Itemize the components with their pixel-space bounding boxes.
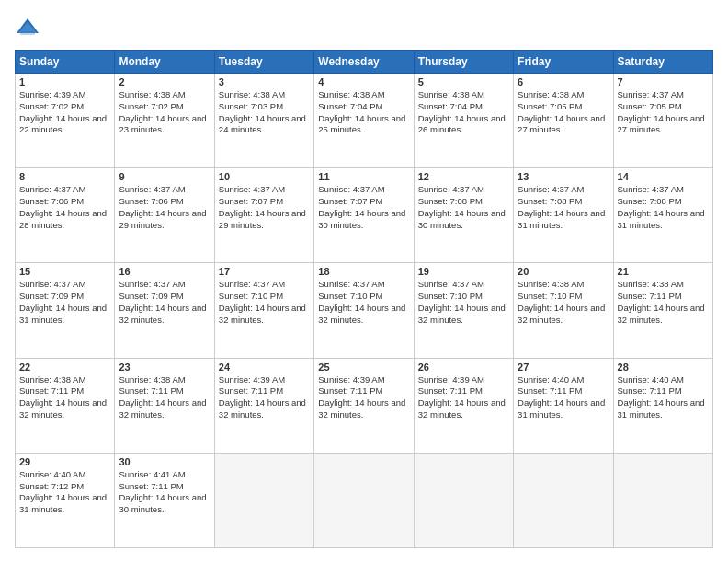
svg-rect-2 [20,31,35,35]
day-number: 10 [219,171,310,182]
calendar-cell: 19 Sunrise: 4:37 AM Sunset: 7:10 PM Dayl… [414,263,513,358]
cell-content: Sunrise: 4:38 AM Sunset: 7:10 PM Dayligh… [518,279,609,326]
sunset-label: Sunset: 7:08 PM [418,196,483,206]
daylight-label: Daylight: 14 hours and 32 minutes. [19,397,107,419]
daylight-label: Daylight: 14 hours and 32 minutes. [219,303,306,325]
cell-content: Sunrise: 4:40 AM Sunset: 7:11 PM Dayligh… [518,374,609,421]
sunset-label: Sunset: 7:08 PM [518,196,582,206]
day-number: 2 [119,76,210,87]
cell-content: Sunrise: 4:38 AM Sunset: 7:04 PM Dayligh… [418,89,509,136]
daylight-label: Daylight: 14 hours and 32 minutes. [119,397,206,419]
calendar-cell [514,453,613,547]
calendar-cell: 5 Sunrise: 4:38 AM Sunset: 7:04 PM Dayli… [414,74,513,168]
calendar-cell: 6 Sunrise: 4:38 AM Sunset: 7:05 PM Dayli… [514,74,613,168]
daylight-label: Daylight: 14 hours and 28 minutes. [19,208,107,230]
calendar-cell [414,453,513,547]
sunrise-label: Sunrise: 4:40 AM [618,374,684,385]
calendar-cell: 29 Sunrise: 4:40 AM Sunset: 7:12 PM Dayl… [16,453,115,547]
calendar-header-thursday: Thursday [414,51,513,74]
sunrise-label: Sunrise: 4:38 AM [119,89,185,99]
daylight-label: Daylight: 14 hours and 22 minutes. [19,113,107,135]
calendar-cell: 12 Sunrise: 4:37 AM Sunset: 7:08 PM Dayl… [414,168,513,263]
header [15,15,713,40]
cell-content: Sunrise: 4:39 AM Sunset: 7:02 PM Dayligh… [19,89,110,136]
cell-content: Sunrise: 4:38 AM Sunset: 7:03 PM Dayligh… [219,89,310,136]
daylight-label: Daylight: 14 hours and 30 minutes. [418,208,506,230]
day-number: 13 [518,171,609,182]
calendar-week-1: 1 Sunrise: 4:39 AM Sunset: 7:02 PM Dayli… [16,74,713,168]
calendar-week-5: 29 Sunrise: 4:40 AM Sunset: 7:12 PM Dayl… [16,453,713,547]
calendar-cell: 11 Sunrise: 4:37 AM Sunset: 7:07 PM Dayl… [314,168,414,263]
cell-content: Sunrise: 4:41 AM Sunset: 7:11 PM Dayligh… [119,469,210,516]
cell-content: Sunrise: 4:38 AM Sunset: 7:04 PM Dayligh… [318,89,409,136]
calendar-cell: 15 Sunrise: 4:37 AM Sunset: 7:09 PM Dayl… [16,263,115,358]
cell-content: Sunrise: 4:37 AM Sunset: 7:10 PM Dayligh… [318,279,409,326]
cell-content: Sunrise: 4:37 AM Sunset: 7:06 PM Dayligh… [119,184,210,231]
day-number: 6 [518,76,609,87]
sunset-label: Sunset: 7:07 PM [318,196,382,206]
day-number: 11 [318,171,409,182]
sunset-label: Sunset: 7:10 PM [518,291,582,301]
cell-content: Sunrise: 4:38 AM Sunset: 7:11 PM Dayligh… [119,374,210,421]
day-number: 14 [618,171,709,182]
sunset-label: Sunset: 7:07 PM [219,196,283,206]
daylight-label: Daylight: 14 hours and 25 minutes. [318,113,405,135]
calendar-cell: 3 Sunrise: 4:38 AM Sunset: 7:03 PM Dayli… [214,74,313,168]
day-number: 19 [418,266,509,277]
cell-content: Sunrise: 4:38 AM Sunset: 7:11 PM Dayligh… [618,279,709,326]
calendar-cell: 22 Sunrise: 4:38 AM Sunset: 7:11 PM Dayl… [16,358,115,453]
day-number: 23 [119,362,210,373]
sunset-label: Sunset: 7:09 PM [19,291,84,301]
calendar-week-4: 22 Sunrise: 4:38 AM Sunset: 7:11 PM Dayl… [16,358,713,453]
sunset-label: Sunset: 7:05 PM [618,101,682,111]
cell-content: Sunrise: 4:37 AM Sunset: 7:09 PM Dayligh… [119,279,210,326]
calendar-cell: 1 Sunrise: 4:39 AM Sunset: 7:02 PM Dayli… [16,74,115,168]
sunrise-label: Sunrise: 4:38 AM [119,374,185,385]
sunrise-label: Sunrise: 4:37 AM [19,184,85,194]
sunset-label: Sunset: 7:11 PM [219,385,283,396]
cell-content: Sunrise: 4:37 AM Sunset: 7:05 PM Dayligh… [618,89,709,136]
day-number: 5 [418,76,509,87]
calendar-week-2: 8 Sunrise: 4:37 AM Sunset: 7:06 PM Dayli… [16,168,713,263]
sunset-label: Sunset: 7:11 PM [618,291,682,301]
sunrise-label: Sunrise: 4:39 AM [418,374,484,385]
calendar-cell: 2 Sunrise: 4:38 AM Sunset: 7:02 PM Dayli… [115,74,214,168]
day-number: 16 [119,266,210,277]
daylight-label: Daylight: 14 hours and 30 minutes. [318,208,405,230]
calendar-cell [613,453,712,547]
cell-content: Sunrise: 4:37 AM Sunset: 7:06 PM Dayligh… [19,184,110,231]
daylight-label: Daylight: 14 hours and 26 minutes. [418,113,506,135]
cell-content: Sunrise: 4:39 AM Sunset: 7:11 PM Dayligh… [219,374,310,421]
calendar-cell: 26 Sunrise: 4:39 AM Sunset: 7:11 PM Dayl… [414,358,513,453]
calendar-cell: 25 Sunrise: 4:39 AM Sunset: 7:11 PM Dayl… [314,358,414,453]
daylight-label: Daylight: 14 hours and 31 minutes. [19,492,107,514]
daylight-label: Daylight: 14 hours and 31 minutes. [518,208,605,230]
day-number: 21 [618,266,709,277]
sunrise-label: Sunrise: 4:37 AM [119,279,185,289]
sunrise-label: Sunrise: 4:41 AM [119,469,185,479]
sunrise-label: Sunrise: 4:38 AM [618,279,684,289]
calendar-cell: 28 Sunrise: 4:40 AM Sunset: 7:11 PM Dayl… [613,358,712,453]
sunrise-label: Sunrise: 4:37 AM [618,89,684,99]
daylight-label: Daylight: 14 hours and 32 minutes. [219,397,306,419]
sunset-label: Sunset: 7:06 PM [19,196,84,206]
day-number: 18 [318,266,409,277]
day-number: 4 [318,76,409,87]
day-number: 12 [418,171,509,182]
daylight-label: Daylight: 14 hours and 27 minutes. [518,113,605,135]
sunrise-label: Sunrise: 4:37 AM [219,184,285,194]
cell-content: Sunrise: 4:37 AM Sunset: 7:08 PM Dayligh… [518,184,609,231]
calendar-header-friday: Friday [514,51,613,74]
page: SundayMondayTuesdayWednesdayThursdayFrid… [0,0,728,563]
calendar-cell [214,453,313,547]
cell-content: Sunrise: 4:37 AM Sunset: 7:10 PM Dayligh… [418,279,509,326]
cell-content: Sunrise: 4:37 AM Sunset: 7:10 PM Dayligh… [219,279,310,326]
sunrise-label: Sunrise: 4:37 AM [518,184,584,194]
calendar-header-saturday: Saturday [613,51,712,74]
sunrise-label: Sunrise: 4:37 AM [119,184,185,194]
cell-content: Sunrise: 4:39 AM Sunset: 7:11 PM Dayligh… [418,374,509,421]
sunrise-label: Sunrise: 4:37 AM [318,184,384,194]
daylight-label: Daylight: 14 hours and 32 minutes. [318,397,405,419]
sunset-label: Sunset: 7:08 PM [618,196,682,206]
cell-content: Sunrise: 4:37 AM Sunset: 7:07 PM Dayligh… [219,184,310,231]
